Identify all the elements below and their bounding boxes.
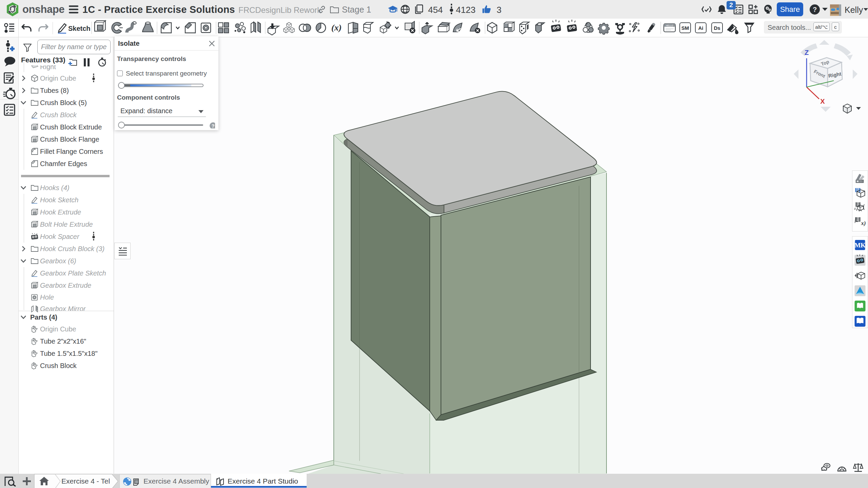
svg-text:HELLO: HELLO: [666, 24, 673, 27]
svg-text:SM: SM: [681, 25, 689, 31]
svg-text:?: ?: [813, 6, 817, 13]
svg-text:X: X: [820, 98, 825, 105]
svg-text:?: ?: [212, 123, 215, 128]
svg-text:Ds: Ds: [714, 25, 720, 31]
svg-text:Ai: Ai: [698, 25, 703, 31]
svg-text:x): x): [861, 220, 866, 226]
svg-text:Z: Z: [805, 49, 809, 56]
svg-text:(x): (x): [331, 23, 342, 33]
svg-text:MK: MK: [854, 242, 866, 249]
